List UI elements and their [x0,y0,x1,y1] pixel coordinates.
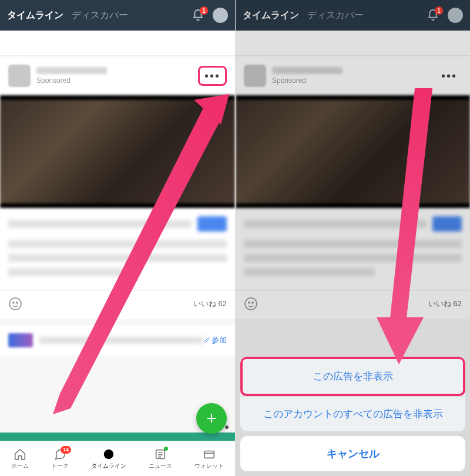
sheet-hide-all-from-account[interactable]: このアカウントのすべての広告を非表示 [240,396,465,431]
sponsored-post: Sponsored ••• いいね 62 [0,56,235,319]
post-more-button[interactable]: ••• [437,68,462,84]
post-media[interactable] [236,95,470,208]
tab-talk[interactable]: 14 トーク [51,448,69,470]
svg-point-3 [104,449,114,459]
sponsored-label: Sponsored [272,76,437,85]
home-icon [14,448,26,461]
reaction-button[interactable] [244,297,258,311]
svg-point-10 [252,302,253,303]
likes-count[interactable]: いいね 62 [193,299,227,309]
sponsored-label: Sponsored [36,76,198,85]
tab-timeline-bottom[interactable]: タイムライン [91,448,126,470]
screenshot-left: タイムライン ディスカバー 1 Sponsored ••• [0,0,235,476]
timeline-icon [102,448,115,461]
post-title [244,220,427,228]
tab-discover[interactable]: ディスカバー [72,9,128,22]
tab-home[interactable]: ホーム [11,448,29,470]
svg-point-2 [16,302,18,303]
post-more-button[interactable]: ••• [198,66,227,86]
post-author-name[interactable] [272,67,343,74]
post-author-avatar[interactable] [244,65,266,87]
post-cta-button[interactable] [197,216,227,232]
news-dot [164,447,168,451]
svg-point-0 [9,298,21,310]
post-cta-button[interactable] [432,216,462,232]
tab-timeline[interactable]: タイムライン [7,9,63,22]
tab-discover[interactable]: ディスカバー [307,9,364,22]
edit-icon [203,337,210,344]
svg-rect-5 [204,451,214,458]
post-text-line [244,268,375,276]
plus-icon: + [206,410,217,427]
svg-point-1 [13,302,14,303]
compose-fab[interactable]: + [196,403,227,434]
sheet-hide-this-ad[interactable]: この広告を非表示 [240,357,465,396]
post-text-line [244,240,462,248]
profile-avatar[interactable] [213,8,228,23]
talk-badge: 14 [61,446,71,454]
next-post-preview[interactable]: 参加 [0,325,235,356]
action-sheet: この広告を非表示 このアカウントのすべての広告を非表示 キャンセル [240,357,465,471]
post-text-line [8,268,139,276]
sheet-cancel[interactable]: キャンセル [240,436,465,471]
app-header: タイムライン ディスカバー 1 [236,0,470,31]
tab-timeline[interactable]: タイムライン [243,9,299,22]
feed-spacer [0,31,235,56]
post-text-line [8,254,227,262]
sponsored-post: Sponsored ••• いいね 62 [236,56,470,319]
post-text-line [8,240,227,248]
svg-point-8 [245,298,257,310]
post-title [8,220,192,228]
notifications-button[interactable]: 1 [192,9,204,22]
smile-icon [8,297,22,311]
notifications-button[interactable]: 1 [427,9,439,22]
svg-point-9 [249,302,250,303]
post-author-name[interactable] [36,67,107,74]
smile-icon [244,297,258,311]
profile-avatar[interactable] [448,8,463,23]
feed-spacer [236,31,470,56]
screenshot-right: タイムライン ディスカバー 1 Sponsored ••• [235,0,470,476]
wallet-icon [203,448,216,461]
join-button[interactable]: 参加 [203,335,227,346]
notification-badge: 1 [435,6,443,15]
app-header: タイムライン ディスカバー 1 [0,0,235,31]
next-post-thumbnail [8,333,33,347]
post-author-avatar[interactable] [8,65,31,87]
reaction-button[interactable] [8,297,22,311]
notification-badge: 1 [200,6,208,15]
post-text-line [244,254,462,262]
bottom-tabbar: ホーム 14 トーク タイムライン ニュース ウォレット [0,441,235,476]
bottom-stripe [0,433,235,441]
likes-count[interactable]: いいね 62 [428,299,462,309]
tab-news[interactable]: ニュース [149,448,172,470]
post-media[interactable] [0,95,235,208]
next-post-text [39,337,203,344]
tab-wallet[interactable]: ウォレット [194,448,224,470]
